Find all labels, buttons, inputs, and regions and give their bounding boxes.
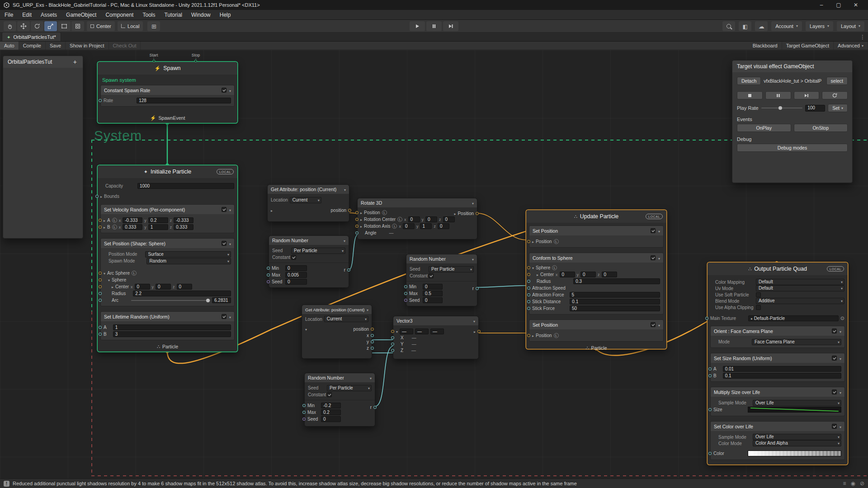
step-button[interactable] — [794, 91, 820, 99]
y-output-port[interactable] — [371, 340, 374, 343]
edge-random-to-attractionspeed[interactable] — [477, 286, 526, 287]
rate-field[interactable]: 128 — [137, 98, 231, 103]
radius-port[interactable] — [99, 292, 102, 295]
space-local-toggle[interactable]: L — [552, 265, 557, 270]
center-port[interactable] — [99, 285, 102, 288]
blackboard-toggle-button[interactable]: Blackboard — [749, 42, 782, 50]
stick-distance-field[interactable]: 0.1 — [570, 299, 660, 305]
fold-icon[interactable] — [474, 329, 476, 334]
spawn-stop-port[interactable] — [194, 60, 197, 62]
edge-random-to-angle[interactable] — [349, 235, 358, 270]
velocity-a-z-field[interactable]: -0.333 — [174, 217, 193, 223]
scale-tool-button[interactable] — [44, 21, 57, 31]
random-number-node-middle[interactable]: Random Number Seed Per Particle Constant… — [406, 254, 477, 306]
angle-input-port[interactable] — [355, 231, 359, 235]
spawn-context-node[interactable]: Start Stop Spawn Spawn system Constant S… — [97, 61, 238, 123]
random-number-node-top[interactable]: Random Number Seed Per Particle Constant… — [269, 235, 349, 288]
fold-icon[interactable] — [108, 277, 110, 282]
menu-component[interactable]: Component — [101, 10, 138, 19]
layers-dropdown[interactable]: Layers — [806, 21, 833, 31]
fold-icon[interactable] — [360, 224, 362, 229]
chevron-down-icon[interactable] — [370, 375, 372, 380]
block-enabled-checkbox[interactable] — [651, 255, 656, 260]
vector3-output-port[interactable] — [477, 330, 481, 333]
chevron-down-icon[interactable] — [840, 356, 841, 361]
set-lifetime-random-block[interactable]: Set Lifetime Random (Uniform) A 1 B 3 — [100, 311, 235, 340]
fold-icon[interactable] — [532, 265, 534, 270]
min-field[interactable]: 0 — [423, 284, 443, 290]
r-output-port[interactable] — [476, 287, 479, 290]
color-gradient-port[interactable] — [708, 452, 712, 455]
blackboard-add-button[interactable]: + — [72, 58, 78, 66]
attraction-force-field[interactable]: 5 — [570, 292, 660, 298]
spawn-start-port[interactable] — [152, 60, 155, 62]
status-bar[interactable]: ! Reduced additional punctual light shad… — [0, 479, 868, 488]
system-group-label[interactable]: System — [94, 128, 142, 143]
cloud-button[interactable] — [755, 21, 768, 31]
fold-icon[interactable] — [305, 327, 307, 332]
center-z-field[interactable]: 0 — [177, 284, 192, 290]
hand-tool-button[interactable] — [4, 21, 16, 31]
color-mode-dropdown[interactable]: Color And Alpha — [753, 440, 841, 446]
block-enabled-checkbox[interactable] — [832, 328, 837, 333]
fold-icon[interactable] — [532, 239, 534, 244]
chevron-down-icon[interactable] — [472, 256, 474, 262]
block-enabled-checkbox[interactable] — [651, 322, 656, 327]
min-field[interactable]: 0 — [285, 265, 307, 271]
chevron-down-icon[interactable] — [840, 424, 841, 429]
space-local-toggle[interactable]: L — [554, 239, 559, 244]
space-local-toggle[interactable]: L — [392, 224, 397, 229]
sphere-port[interactable] — [99, 278, 102, 282]
move-tool-button[interactable] — [17, 21, 30, 31]
tab-orbitalparticlestut[interactable]: OrbitalParticlesTut* — [2, 32, 61, 41]
menu-tools[interactable]: Tools — [138, 10, 160, 19]
chevron-down-icon[interactable] — [344, 238, 345, 243]
onplay-button[interactable]: OnPlay — [737, 124, 791, 132]
set-size-random-block[interactable]: Set Size Random (Uniform) A 0.01 B 0.1 — [710, 353, 845, 382]
velocity-a-y-field[interactable]: 0.2 — [148, 217, 168, 223]
seed-field[interactable]: 0 — [423, 297, 443, 303]
max-field[interactable]: 0.2 — [321, 409, 341, 415]
blackboard-header[interactable]: OrbitalParticlesTut + — [3, 56, 83, 68]
lifetime-a-field[interactable]: 1 — [113, 324, 231, 330]
space-local-toggle[interactable]: L — [112, 225, 117, 230]
notifications-icon[interactable]: ◉ — [850, 480, 855, 487]
velocity-b-port[interactable] — [99, 225, 102, 229]
min-port[interactable] — [404, 285, 407, 288]
max-port[interactable] — [404, 292, 407, 295]
space-local-toggle[interactable]: L — [112, 218, 117, 223]
chevron-down-icon[interactable] — [840, 389, 841, 395]
initialize-particle-node[interactable]: Initialize Particle LOCAL Capacity 1000 … — [97, 165, 238, 352]
r-output-port[interactable] — [347, 268, 350, 272]
scene-visibility-button[interactable] — [739, 21, 751, 31]
block-enabled-checkbox[interactable] — [222, 314, 226, 319]
arc-sphere-port[interactable] — [99, 272, 102, 275]
edge-random-to-vector3-y[interactable] — [375, 346, 393, 406]
update-header[interactable]: Update Particle LOCAL — [526, 210, 666, 223]
rotation-axis-y-field[interactable]: 1 — [420, 223, 432, 229]
step-button[interactable] — [443, 21, 458, 31]
spawn-start-pin[interactable]: Start — [149, 53, 158, 62]
check-out-button[interactable]: Check Out — [109, 42, 141, 50]
z-input-port[interactable] — [391, 349, 394, 352]
detach-button[interactable]: Detach — [737, 77, 761, 85]
object-picker-icon[interactable] — [840, 315, 844, 321]
block-enabled-checkbox[interactable] — [222, 207, 226, 212]
position-input-port[interactable] — [527, 240, 530, 243]
position-output-port[interactable] — [371, 328, 374, 331]
auto-compile-toggle[interactable]: Auto — [0, 42, 19, 50]
main-texture-port[interactable] — [705, 317, 708, 320]
chevron-down-icon[interactable] — [840, 328, 841, 334]
blend-mode-dropdown[interactable]: Additive — [756, 298, 844, 304]
lifetime-b-field[interactable]: 3 — [113, 331, 231, 337]
center-y-field[interactable]: 0 — [156, 284, 171, 290]
account-dropdown[interactable]: Account — [771, 21, 802, 31]
z-output-port[interactable] — [371, 347, 374, 350]
use-soft-particle-checkbox[interactable] — [756, 292, 761, 297]
rect-tool-button[interactable] — [58, 21, 71, 31]
capacity-field[interactable]: 1000 — [137, 183, 234, 189]
fold-icon[interactable] — [104, 218, 105, 223]
chevron-down-icon[interactable] — [229, 207, 231, 212]
advanced-dropdown[interactable]: Advanced — [834, 42, 868, 50]
set-rate-dropdown[interactable]: Set — [828, 104, 848, 112]
